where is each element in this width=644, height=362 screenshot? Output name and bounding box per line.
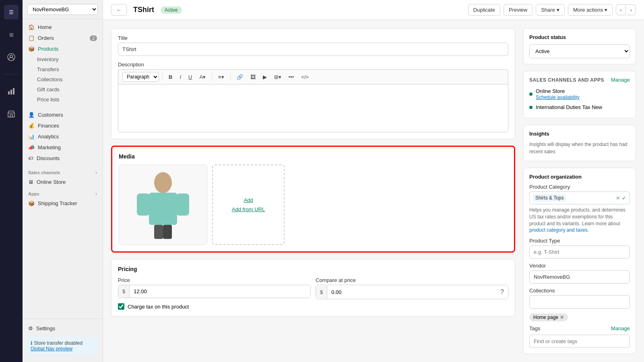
graph-icon[interactable] — [4, 84, 19, 99]
preview-button[interactable]: Preview — [504, 4, 533, 16]
more-actions-button[interactable]: More actions ▾ — [568, 4, 613, 16]
table-button[interactable]: ⊞▾ — [271, 73, 284, 81]
sales-channels-expand-icon[interactable]: › — [95, 170, 97, 175]
tags-section: Tags Manage — [529, 325, 630, 348]
italic-button[interactable]: I — [177, 73, 184, 81]
nav-collections[interactable]: Collections — [23, 74, 103, 84]
prev-arrow-button[interactable]: ‹ — [616, 4, 625, 15]
nav-marketing[interactable]: 📣 Marketing — [23, 142, 103, 153]
shipping-icon: 📦 — [28, 200, 35, 206]
share-button[interactable]: Share ▾ — [536, 4, 565, 16]
nav-discounts[interactable]: 🏷 Discounts — [23, 153, 103, 164]
store-nav-icon[interactable] — [4, 107, 19, 121]
category-clear-icon[interactable]: ✕ — [616, 195, 620, 201]
sales-channels-header: SALES CHANNELS AND APPS Manage — [529, 77, 630, 83]
nav-online-store[interactable]: 🖥 Online Store — [23, 177, 103, 187]
svg-rect-6 — [10, 115, 12, 117]
products-nav-icon: 📦 — [28, 46, 35, 52]
home-icon[interactable]: ⊞ — [4, 27, 19, 42]
more-button[interactable]: ••• — [286, 73, 297, 81]
marketing-nav-icon: 📣 — [28, 144, 35, 150]
font-color-button[interactable]: A▾ — [196, 73, 208, 81]
nav-gift-cards[interactable]: Gift cards — [23, 84, 103, 95]
nav-transfers[interactable]: Transfers — [23, 64, 103, 74]
media-thumbnail[interactable] — [119, 165, 207, 245]
nav-analytics[interactable]: 📊 Analytics — [23, 131, 103, 142]
align-button[interactable]: ≡▾ — [215, 73, 227, 81]
tax-checkbox-row: Charge tax on this product — [118, 303, 508, 310]
nav-products[interactable]: 📦 Products — [23, 43, 103, 54]
title-input[interactable] — [118, 43, 508, 56]
product-type-input[interactable] — [529, 245, 630, 259]
svg-rect-4 — [13, 88, 14, 95]
pricing-card: Pricing Price $ Compare at price $ — [111, 259, 515, 317]
sales-channels-label: Sales channels › — [23, 166, 103, 177]
add-media-link[interactable]: Add — [244, 197, 253, 203]
price-field: Price $ — [118, 277, 311, 299]
underline-button[interactable]: U — [186, 73, 195, 81]
settings-nav-icon: ⚙ — [28, 325, 33, 331]
svg-rect-12 — [163, 225, 172, 239]
nav-arrows: ‹ › — [616, 4, 636, 15]
nav-orders[interactable]: 📋 Orders 2 — [23, 33, 103, 43]
category-help-link[interactable]: product category and taxes. — [529, 227, 589, 233]
price-input[interactable] — [130, 285, 310, 298]
nav-settings[interactable]: ⚙ Settings — [23, 323, 103, 334]
add-from-url-link[interactable]: Add from URL — [232, 206, 265, 212]
category-confirm-icon[interactable]: ✓ — [622, 195, 626, 201]
svg-point-7 — [154, 172, 172, 193]
product-organization-card: Product organization Product Category Sh… — [523, 168, 636, 354]
global-nav-preview-link[interactable]: Global Nav preview — [31, 346, 72, 352]
product-org-title: Product organization — [529, 174, 630, 180]
link-button[interactable]: 🔗 — [234, 73, 246, 81]
compare-price-help-icon[interactable]: ? — [496, 285, 508, 299]
product-status-select[interactable]: Active — [529, 44, 630, 58]
back-button[interactable]: ← — [111, 4, 127, 16]
duplicate-button[interactable]: Duplicate — [468, 4, 500, 16]
nav-toggle-icon[interactable]: ☰ — [4, 5, 19, 19]
insights-card: Insights Insights will display when the … — [523, 125, 636, 161]
rte-area[interactable] — [118, 84, 508, 132]
svg-rect-10 — [176, 193, 189, 216]
nav-shipping-tracker[interactable]: 📦 Shipping Tracker — [23, 198, 103, 209]
tax-checkbox[interactable] — [118, 303, 124, 310]
left-column: Title Description Paragraph B I U A▾ — [111, 28, 515, 354]
svg-point-1 — [10, 55, 12, 58]
svg-rect-2 — [8, 91, 10, 95]
media-upload-zone[interactable]: Add Add from URL — [212, 165, 285, 245]
nav-customers[interactable]: 👤 Customers — [23, 109, 103, 120]
channel-online-store: Online Store Schedule availability — [529, 86, 630, 102]
nav-finances[interactable]: 💰 Finances — [23, 120, 103, 131]
tags-label: Tags — [529, 325, 540, 331]
nav-price-lists[interactable]: Price lists — [23, 95, 103, 105]
compare-price-field: Compare at price $ ? — [316, 277, 508, 299]
collections-section: Collections Home page ✕ — [529, 288, 630, 321]
collection-tag: Home page ✕ — [529, 313, 568, 321]
store-selector[interactable]: NovRemoveBG — [23, 0, 103, 19]
compare-price-label: Compare at price — [316, 277, 508, 283]
store-dropdown[interactable]: NovRemoveBG — [27, 4, 98, 15]
users-circle-icon[interactable] — [4, 50, 19, 64]
next-arrow-button[interactable]: › — [627, 4, 636, 15]
vendor-input[interactable] — [529, 270, 630, 284]
sales-channels-manage-link[interactable]: Manage — [611, 77, 630, 83]
product-category-section: Product Category Shirts & Tops ✕ ✓ Helps… — [529, 184, 630, 234]
nav-secondary-group: 👤 Customers 💰 Finances 📊 Analytics 📣 Mar… — [23, 107, 103, 166]
collections-label: Collections — [529, 288, 630, 294]
schedule-availability-link[interactable]: Schedule availability — [536, 95, 580, 100]
image-button[interactable]: 🖼 — [248, 73, 258, 81]
svg-point-0 — [8, 53, 15, 61]
collections-input[interactable] — [529, 295, 630, 309]
compare-price-input[interactable] — [327, 286, 496, 298]
paragraph-select[interactable]: Paragraph — [122, 72, 159, 82]
apps-expand-icon[interactable]: › — [95, 191, 97, 196]
collection-tag-remove[interactable]: ✕ — [560, 315, 564, 320]
code-button[interactable]: </> — [298, 73, 312, 81]
tags-manage-link[interactable]: Manage — [611, 325, 630, 331]
media-card: Media — [111, 146, 515, 253]
bold-button[interactable]: B — [166, 73, 175, 81]
nav-inventory[interactable]: Inventory — [23, 54, 103, 64]
tags-input[interactable] — [529, 335, 630, 348]
video-button[interactable]: ▶ — [260, 73, 270, 81]
nav-home[interactable]: 🏠 Home — [23, 22, 103, 33]
